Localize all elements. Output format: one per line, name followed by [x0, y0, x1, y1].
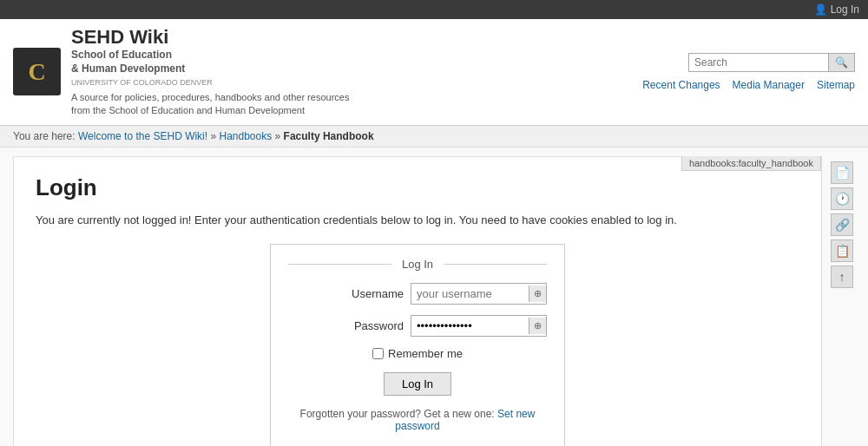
backlinks-icon[interactable]: 🔗 [831, 213, 853, 236]
old-revisions-icon[interactable]: 🕐 [831, 187, 853, 210]
show-page-icon[interactable]: 📄 [831, 161, 853, 184]
username-input-wrapper: ⊕ [411, 283, 547, 305]
breadcrumb-bar: You are here: Welcome to the SEHD Wiki! … [0, 126, 868, 148]
breadcrumb-prefix: You are here: [13, 130, 76, 142]
school-name: School of Education & Human Development [71, 49, 366, 75]
site-title-block: SEHD Wiki School of Education & Human De… [71, 26, 366, 118]
remember-checkbox[interactable] [372, 348, 384, 359]
login-link[interactable]: 👤 Log In [814, 3, 859, 16]
side-tools: 📄 🕐 🔗 📋 ↑ [831, 156, 855, 446]
content-area: handbooks:faculty_handbook Login You are… [13, 156, 822, 446]
university-name: UNIVERSITY OF COLORADO DENVER [71, 78, 366, 88]
page-title: Login [36, 174, 799, 201]
login-icon: 👤 [814, 3, 827, 16]
main-wrapper: handbooks:faculty_handbook Login You are… [0, 148, 868, 446]
password-icon: ⊕ [529, 318, 546, 334]
password-input[interactable] [411, 316, 529, 336]
search-box: 🔍 [688, 53, 855, 72]
header-left: C SEHD Wiki School of Education & Human … [13, 26, 366, 118]
login-form-container: Log In Username ⊕ Password ⊕ Remember me [270, 244, 565, 446]
login-form-title: Log In [288, 258, 547, 271]
page-path-label: handbooks:faculty_handbook [681, 156, 821, 171]
site-tagline: A source for policies, procedures, handb… [71, 91, 366, 118]
site-header: C SEHD Wiki School of Education & Human … [0, 19, 868, 126]
login-label: Log In [831, 3, 859, 16]
username-label: Username [343, 287, 404, 300]
logo-box: C [13, 48, 61, 95]
username-input[interactable] [411, 284, 529, 304]
back-to-top-icon[interactable]: ↑ [831, 266, 853, 288]
intro-text: You are currently not logged in! Enter y… [36, 213, 799, 226]
nav-sitemap[interactable]: Sitemap [817, 79, 855, 91]
search-input[interactable] [689, 54, 828, 71]
search-button[interactable]: 🔍 [828, 54, 854, 71]
login-button[interactable]: Log In [384, 372, 451, 396]
remember-row: Remember me [288, 347, 547, 360]
top-bar: 👤 Log In [0, 0, 868, 19]
logo-letter: C [28, 58, 45, 86]
password-label: Password [343, 319, 404, 332]
nav-links: Recent Changes Media Manager Sitemap [642, 79, 855, 91]
username-icon: ⊕ [529, 285, 546, 302]
breadcrumb-handbooks[interactable]: Handbooks [219, 130, 272, 142]
remember-label: Remember me [388, 347, 463, 360]
password-row: Password ⊕ [288, 315, 547, 337]
site-title: SEHD Wiki [71, 26, 366, 49]
breadcrumb-home[interactable]: Welcome to the SEHD Wiki! [78, 130, 207, 142]
header-right: 🔍 Recent Changes Media Manager Sitemap [642, 53, 855, 91]
nav-media-manager[interactable]: Media Manager [733, 79, 805, 91]
username-row: Username ⊕ [288, 283, 547, 305]
breadcrumb-current: Faculty Handbook [284, 130, 374, 142]
password-input-wrapper: ⊕ [411, 315, 547, 337]
nav-recent-changes[interactable]: Recent Changes [642, 79, 720, 91]
forgot-password-text: Forgotten your password? Get a new one: … [288, 408, 547, 432]
export-pdf-icon[interactable]: 📋 [831, 239, 853, 262]
